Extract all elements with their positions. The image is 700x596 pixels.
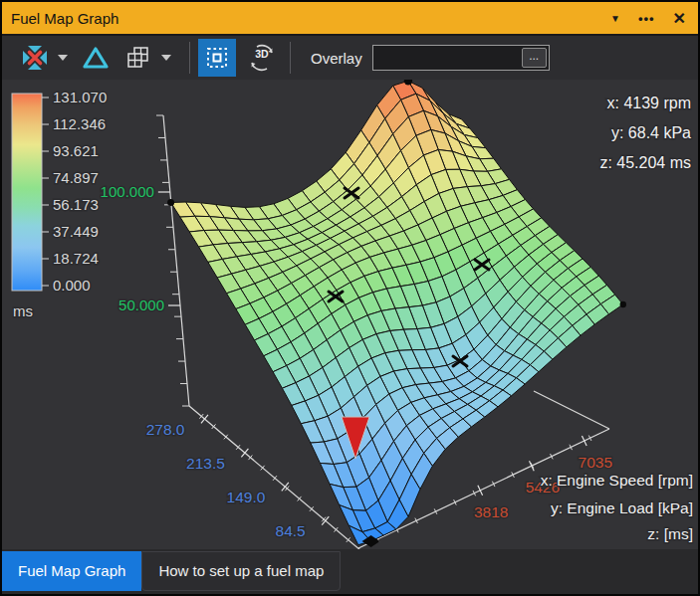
fuel-map-graph-window: Fuel Map Graph ▼ ••• ✕ — [0, 0, 700, 596]
legend-tick-label: 18.724 — [53, 250, 99, 267]
toolbar: 3D Overlay ... — [2, 34, 698, 80]
window-title: Fuel Map Graph — [11, 10, 610, 27]
close-icon[interactable]: ✕ — [673, 9, 686, 28]
duplicate-grid-icon — [125, 45, 151, 71]
speed-tick-label: 3818 — [474, 503, 508, 520]
dropdown-caret-icon[interactable] — [161, 55, 171, 61]
legend-tick-label: 74.897 — [53, 169, 99, 186]
title-bar-controls: ▼ ••• ✕ — [610, 9, 686, 28]
overlay-browse-button[interactable]: ... — [522, 48, 547, 68]
z-tick-label: 50.000 — [118, 297, 164, 313]
surface-extreme-dot — [167, 199, 174, 206]
load-tick-label: 213.5 — [186, 455, 225, 472]
speed-tick-label: 7035 — [579, 454, 612, 471]
box-select-icon — [205, 46, 229, 70]
color-legend: 131.070112.34693.62174.89756.17337.44918… — [12, 89, 107, 319]
fit-to-data-button[interactable] — [18, 39, 52, 77]
legend-tick-label: 112.346 — [53, 115, 106, 132]
y-axis-name: y: Engine Load [kPa] — [551, 499, 693, 516]
legend-unit-label: ms — [13, 302, 33, 319]
dropdown-caret-icon[interactable] — [58, 55, 68, 61]
z-axis-name: z: [ms] — [647, 525, 693, 542]
tab-bar: Fuel Map Graph How to set up a fuel map — [2, 549, 698, 594]
window-menu-caret-icon[interactable]: ▼ — [610, 13, 620, 24]
load-tick-label: 84.5 — [276, 522, 306, 539]
title-bar[interactable]: Fuel Map Graph ▼ ••• ✕ — [2, 2, 698, 34]
z-axis: 100.00050.000 — [101, 115, 189, 406]
tab-how-to-set-up[interactable]: How to set up a fuel map — [141, 551, 341, 591]
cursor-readout-y: y: 68.4 kPa — [611, 124, 691, 141]
delta-marker-icon — [82, 45, 110, 71]
cursor-readout-z: z: 45.204 ms — [599, 154, 691, 171]
box-select-button[interactable] — [198, 39, 236, 77]
fuel-map-3d-plot[interactable]: 131.070112.34693.62174.89756.17337.44918… — [2, 80, 698, 549]
fit-to-data-icon — [22, 45, 48, 71]
load-tick-label: 278.0 — [146, 421, 185, 438]
duplicate-grid-button[interactable] — [121, 39, 155, 77]
toolbar-separator — [189, 42, 190, 74]
overlay-field-wrap: ... — [372, 45, 550, 71]
legend-tick-label: 93.621 — [53, 142, 99, 159]
cursor-readout-x: x: 4139 rpm — [607, 95, 691, 111]
tab-fuel-map-graph[interactable]: Fuel Map Graph — [2, 551, 141, 591]
load-tick-label: 149.0 — [227, 489, 266, 505]
overlay-label: Overlay — [311, 50, 362, 67]
rotate-3d-label: 3D — [242, 48, 282, 60]
plot-area: 131.070112.34693.62174.89756.17337.44918… — [2, 80, 698, 549]
surface-extreme-dot — [620, 301, 626, 307]
more-options-icon[interactable]: ••• — [638, 11, 655, 26]
legend-tick-label: 37.449 — [53, 223, 99, 240]
legend-tick-label: 131.070 — [53, 89, 107, 105]
z-tick-label: 100.000 — [101, 183, 154, 200]
legend-tick-label: 0.000 — [53, 277, 91, 294]
x-axis-name: x: Engine Speed [rpm] — [541, 472, 693, 489]
toolbar-separator — [290, 42, 291, 74]
legend-tick-label: 56.173 — [53, 196, 99, 213]
rotate-3d-button[interactable]: 3D — [242, 39, 282, 77]
delta-marker-button[interactable] — [78, 39, 114, 77]
